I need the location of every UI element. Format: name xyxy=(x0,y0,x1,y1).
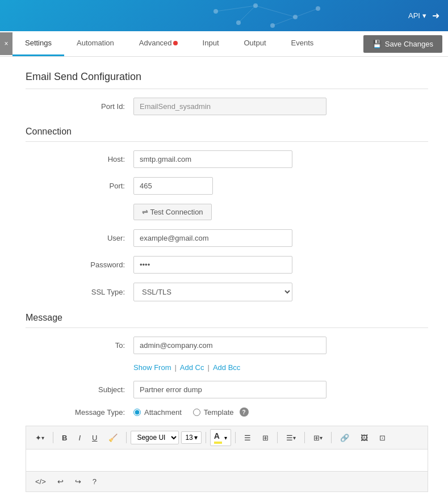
save-changes-button[interactable]: 💾 Save Changes xyxy=(363,35,442,53)
magic-button[interactable]: ✦ ▾ xyxy=(31,431,49,445)
magic-icon: ✦ xyxy=(35,434,41,442)
font-family-select[interactable]: Segoe UI Arial xyxy=(131,431,179,444)
tab-output[interactable]: Output xyxy=(232,31,279,56)
svg-line-6 xyxy=(216,6,256,11)
undo-button[interactable]: ↩ xyxy=(53,474,68,489)
align-icon: ☰ xyxy=(286,434,293,442)
font-size-button[interactable]: 13 ▾ xyxy=(181,431,201,444)
highlight-button[interactable]: A ▾ xyxy=(210,429,231,446)
editor-toolbar: ✦ ▾ B I U 🧹 Segoe UI Arial 13 ▾ A xyxy=(26,426,428,449)
svg-line-7 xyxy=(256,6,295,17)
save-icon: 💾 xyxy=(372,40,382,48)
tab-events[interactable]: Events xyxy=(279,31,326,56)
show-from-link[interactable]: Show From xyxy=(133,363,171,372)
italic-icon: I xyxy=(78,434,81,442)
tab-advanced[interactable]: Advanced xyxy=(127,31,190,56)
separator-2: | xyxy=(208,363,210,372)
tab-settings[interactable]: Settings xyxy=(12,31,64,56)
link-button[interactable]: 🔗 xyxy=(336,431,354,445)
api-button[interactable]: API ▾ xyxy=(408,11,426,20)
top-bar-actions: API ▾ ➜ xyxy=(408,10,439,21)
svg-line-10 xyxy=(273,17,295,26)
tab-input[interactable]: Input xyxy=(190,31,232,56)
toolbar-separator-6 xyxy=(304,432,305,443)
side-close-button[interactable]: × xyxy=(0,32,12,55)
radio-template-input[interactable] xyxy=(193,409,200,416)
list-unordered-button[interactable]: ☰ xyxy=(240,431,256,445)
password-input[interactable] xyxy=(133,256,292,274)
host-label: Host: xyxy=(26,155,133,163)
ssl-type-label: SSL Type: xyxy=(26,288,133,296)
radio-template-label: Template xyxy=(204,408,234,417)
toolbar-separator-2 xyxy=(126,432,127,443)
test-connection-label: ⇌ Test Connection xyxy=(142,208,203,216)
image-button[interactable]: 🖼 xyxy=(356,431,372,445)
redo-button[interactable]: ↪ xyxy=(70,474,86,489)
underline-button[interactable]: U xyxy=(87,431,102,445)
radio-template[interactable]: Template ? xyxy=(193,407,249,417)
separator-1: | xyxy=(174,363,176,372)
editor-area[interactable] xyxy=(26,449,428,472)
connection-title: Connection xyxy=(26,127,428,142)
code-view-icon: </> xyxy=(35,477,46,486)
user-input[interactable] xyxy=(133,229,292,247)
api-dropdown-icon: ▾ xyxy=(422,11,426,20)
show-from-row: Show From | Add Cc | Add Bcc xyxy=(133,363,428,372)
list-ordered-icon: ⊞ xyxy=(262,434,269,442)
host-input[interactable] xyxy=(133,150,292,168)
fullscreen-button[interactable]: ⊡ xyxy=(375,431,390,445)
port-input[interactable] xyxy=(133,177,213,195)
subject-label: Subject: xyxy=(26,385,133,394)
align-button[interactable]: ☰ ▾ xyxy=(282,431,300,445)
table-button[interactable]: ⊞ ▾ xyxy=(309,431,327,445)
redo-icon: ↪ xyxy=(75,477,81,486)
main-content: Email Send Configuration Port Id: Connec… xyxy=(0,57,448,500)
italic-button[interactable]: I xyxy=(74,431,85,445)
port-id-input[interactable] xyxy=(133,98,326,115)
help-button[interactable]: ? xyxy=(88,474,101,489)
password-label: Password: xyxy=(26,260,133,269)
bold-button[interactable]: B xyxy=(57,431,72,445)
highlight-dropdown: ▾ xyxy=(224,435,227,441)
exit-icon: ➜ xyxy=(432,11,439,20)
list-ordered-button[interactable]: ⊞ xyxy=(258,431,273,445)
tab-automation-label: Automation xyxy=(77,39,114,47)
help-icon: ? xyxy=(93,477,97,486)
table-dropdown: ▾ xyxy=(320,435,323,441)
test-connection-button[interactable]: ⇌ Test Connection xyxy=(133,204,212,220)
add-cc-link[interactable]: Add Cc xyxy=(180,363,204,372)
to-label: To: xyxy=(26,341,133,350)
tab-output-label: Output xyxy=(244,39,266,47)
code-view-button[interactable]: </> xyxy=(31,474,51,489)
to-input[interactable] xyxy=(133,337,326,354)
radio-attachment-input[interactable] xyxy=(133,409,141,416)
eraser-button[interactable]: 🧹 xyxy=(104,431,122,445)
port-id-label: Port Id: xyxy=(26,102,133,111)
toolbar-separator-7 xyxy=(331,432,332,443)
subject-input[interactable] xyxy=(133,381,326,398)
ssl-type-select[interactable]: SSL/TLS STARTTLS None xyxy=(133,283,292,301)
tab-automation[interactable]: Automation xyxy=(64,31,127,56)
tab-input-label: Input xyxy=(203,39,219,47)
template-help-icon[interactable]: ? xyxy=(240,407,249,417)
magic-dropdown: ▾ xyxy=(41,435,44,441)
font-size-dropdown: ▾ xyxy=(194,434,198,442)
to-row: To: xyxy=(26,337,428,354)
user-label: User: xyxy=(26,234,133,242)
tab-advanced-dot xyxy=(173,41,178,45)
subject-row: Subject: xyxy=(26,381,428,398)
test-connection-row: ⇌ Test Connection xyxy=(26,204,428,220)
toolbar-separator-1 xyxy=(53,432,53,443)
underline-icon: U xyxy=(92,434,97,442)
top-bar: API ▾ ➜ xyxy=(0,0,448,31)
ssl-type-row: SSL Type: SSL/TLS STARTTLS None xyxy=(26,283,428,301)
port-label: Port: xyxy=(26,182,133,190)
table-icon: ⊞ xyxy=(313,434,320,442)
toolbar-separator-5 xyxy=(277,432,278,443)
exit-button[interactable]: ➜ xyxy=(432,10,439,21)
radio-attachment[interactable]: Attachment xyxy=(133,408,182,417)
page-title: Email Send Configuration xyxy=(26,71,428,89)
tab-events-label: Events xyxy=(291,39,314,47)
add-bcc-link[interactable]: Add Bcc xyxy=(213,363,240,372)
bold-icon: B xyxy=(62,434,67,442)
